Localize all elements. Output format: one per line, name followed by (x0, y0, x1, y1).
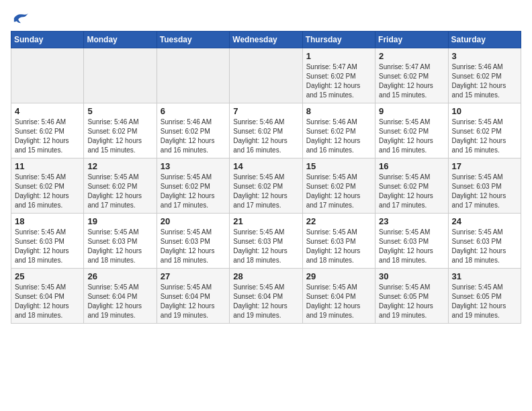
calendar-cell (84, 48, 157, 103)
calendar-cell: 15Sunrise: 5:45 AM Sunset: 6:02 PM Dayli… (302, 158, 375, 214)
header-day-tuesday: Tuesday (157, 32, 229, 48)
day-info: Sunrise: 5:45 AM Sunset: 6:03 PM Dayligh… (161, 228, 226, 265)
day-info: Sunrise: 5:47 AM Sunset: 6:02 PM Dayligh… (306, 62, 371, 100)
header-row: SundayMondayTuesdayWednesdayThursdayFrid… (11, 32, 521, 48)
week-row-3: 11Sunrise: 5:45 AM Sunset: 6:02 PM Dayli… (11, 158, 521, 214)
day-number: 4 (15, 106, 80, 116)
calendar-cell: 14Sunrise: 5:45 AM Sunset: 6:02 PM Dayli… (230, 158, 302, 214)
day-number: 30 (379, 271, 444, 281)
day-number: 11 (15, 161, 80, 171)
day-info: Sunrise: 5:47 AM Sunset: 6:02 PM Dayligh… (379, 62, 444, 100)
header-day-saturday: Saturday (448, 32, 521, 48)
calendar-cell (230, 48, 302, 103)
calendar-cell: 27Sunrise: 5:45 AM Sunset: 6:04 PM Dayli… (157, 269, 229, 324)
calendar-cell: 31Sunrise: 5:45 AM Sunset: 6:05 PM Dayli… (448, 269, 521, 324)
day-number: 27 (161, 271, 226, 281)
calendar-cell: 18Sunrise: 5:45 AM Sunset: 6:03 PM Dayli… (11, 214, 84, 269)
day-info: Sunrise: 5:45 AM Sunset: 6:02 PM Dayligh… (452, 118, 517, 155)
logo (11, 11, 32, 26)
day-info: Sunrise: 5:45 AM Sunset: 6:04 PM Dayligh… (161, 283, 226, 320)
calendar-cell: 11Sunrise: 5:45 AM Sunset: 6:02 PM Dayli… (11, 158, 84, 214)
calendar-cell: 16Sunrise: 5:45 AM Sunset: 6:02 PM Dayli… (375, 158, 448, 214)
day-number: 31 (452, 271, 517, 281)
calendar-cell: 23Sunrise: 5:45 AM Sunset: 6:03 PM Dayli… (375, 214, 448, 269)
logo-icon (11, 11, 30, 26)
day-info: Sunrise: 5:45 AM Sunset: 6:04 PM Dayligh… (306, 283, 371, 320)
day-number: 24 (452, 216, 517, 226)
day-number: 2 (379, 51, 444, 61)
day-info: Sunrise: 5:46 AM Sunset: 6:02 PM Dayligh… (161, 118, 226, 155)
calendar-cell: 4Sunrise: 5:46 AM Sunset: 6:02 PM Daylig… (11, 103, 84, 158)
day-info: Sunrise: 5:45 AM Sunset: 6:02 PM Dayligh… (306, 173, 371, 210)
header-day-thursday: Thursday (302, 32, 375, 48)
day-number: 15 (306, 161, 371, 171)
day-number: 14 (233, 161, 298, 171)
calendar-cell: 1Sunrise: 5:47 AM Sunset: 6:02 PM Daylig… (302, 48, 375, 103)
calendar-cell: 2Sunrise: 5:47 AM Sunset: 6:02 PM Daylig… (375, 48, 448, 103)
day-info: Sunrise: 5:45 AM Sunset: 6:02 PM Dayligh… (15, 173, 80, 210)
day-info: Sunrise: 5:45 AM Sunset: 6:02 PM Dayligh… (233, 173, 298, 210)
header-day-friday: Friday (375, 32, 448, 48)
calendar-cell: 8Sunrise: 5:46 AM Sunset: 6:02 PM Daylig… (302, 103, 375, 158)
day-info: Sunrise: 5:45 AM Sunset: 6:02 PM Dayligh… (161, 173, 226, 210)
day-info: Sunrise: 5:45 AM Sunset: 6:04 PM Dayligh… (15, 283, 80, 320)
day-number: 25 (15, 271, 80, 281)
calendar-cell: 28Sunrise: 5:45 AM Sunset: 6:04 PM Dayli… (230, 269, 302, 324)
week-row-2: 4Sunrise: 5:46 AM Sunset: 6:02 PM Daylig… (11, 103, 521, 158)
calendar-cell: 26Sunrise: 5:45 AM Sunset: 6:04 PM Dayli… (84, 269, 157, 324)
calendar-header: SundayMondayTuesdayWednesdayThursdayFrid… (11, 32, 521, 48)
day-info: Sunrise: 5:45 AM Sunset: 6:02 PM Dayligh… (379, 118, 444, 155)
calendar-cell: 6Sunrise: 5:46 AM Sunset: 6:02 PM Daylig… (157, 103, 229, 158)
day-info: Sunrise: 5:45 AM Sunset: 6:03 PM Dayligh… (233, 228, 298, 265)
day-info: Sunrise: 5:45 AM Sunset: 6:02 PM Dayligh… (379, 173, 444, 210)
header (11, 11, 521, 26)
calendar-body: 1Sunrise: 5:47 AM Sunset: 6:02 PM Daylig… (11, 48, 521, 324)
day-number: 5 (87, 106, 152, 116)
day-number: 3 (452, 51, 517, 61)
day-info: Sunrise: 5:45 AM Sunset: 6:03 PM Dayligh… (379, 228, 444, 265)
calendar-cell: 7Sunrise: 5:46 AM Sunset: 6:02 PM Daylig… (230, 103, 302, 158)
calendar-cell: 20Sunrise: 5:45 AM Sunset: 6:03 PM Dayli… (157, 214, 229, 269)
day-info: Sunrise: 5:46 AM Sunset: 6:02 PM Dayligh… (15, 118, 80, 155)
day-info: Sunrise: 5:45 AM Sunset: 6:05 PM Dayligh… (452, 283, 517, 320)
day-info: Sunrise: 5:46 AM Sunset: 6:02 PM Dayligh… (233, 118, 298, 155)
day-info: Sunrise: 5:46 AM Sunset: 6:02 PM Dayligh… (87, 118, 152, 155)
week-row-1: 1Sunrise: 5:47 AM Sunset: 6:02 PM Daylig… (11, 48, 521, 103)
calendar-cell: 5Sunrise: 5:46 AM Sunset: 6:02 PM Daylig… (84, 103, 157, 158)
day-info: Sunrise: 5:45 AM Sunset: 6:04 PM Dayligh… (233, 283, 298, 320)
calendar-cell: 3Sunrise: 5:46 AM Sunset: 6:02 PM Daylig… (448, 48, 521, 103)
day-number: 26 (87, 271, 152, 281)
day-number: 21 (233, 216, 298, 226)
day-number: 10 (452, 106, 517, 116)
calendar-cell: 24Sunrise: 5:45 AM Sunset: 6:03 PM Dayli… (448, 214, 521, 269)
day-info: Sunrise: 5:45 AM Sunset: 6:03 PM Dayligh… (452, 173, 517, 210)
day-number: 16 (379, 161, 444, 171)
day-number: 1 (306, 51, 371, 61)
calendar-cell: 22Sunrise: 5:45 AM Sunset: 6:03 PM Dayli… (302, 214, 375, 269)
day-number: 17 (452, 161, 517, 171)
calendar-cell: 12Sunrise: 5:45 AM Sunset: 6:02 PM Dayli… (84, 158, 157, 214)
day-info: Sunrise: 5:45 AM Sunset: 6:02 PM Dayligh… (87, 173, 152, 210)
day-number: 6 (161, 106, 226, 116)
day-number: 13 (161, 161, 226, 171)
calendar-cell: 13Sunrise: 5:45 AM Sunset: 6:02 PM Dayli… (157, 158, 229, 214)
calendar-cell: 29Sunrise: 5:45 AM Sunset: 6:04 PM Dayli… (302, 269, 375, 324)
calendar-cell: 21Sunrise: 5:45 AM Sunset: 6:03 PM Dayli… (230, 214, 302, 269)
day-info: Sunrise: 5:46 AM Sunset: 6:02 PM Dayligh… (452, 62, 517, 100)
calendar-table: SundayMondayTuesdayWednesdayThursdayFrid… (11, 31, 521, 324)
calendar-cell: 10Sunrise: 5:45 AM Sunset: 6:02 PM Dayli… (448, 103, 521, 158)
day-number: 9 (379, 106, 444, 116)
header-day-sunday: Sunday (11, 32, 84, 48)
calendar-cell: 9Sunrise: 5:45 AM Sunset: 6:02 PM Daylig… (375, 103, 448, 158)
day-number: 28 (233, 271, 298, 281)
week-row-5: 25Sunrise: 5:45 AM Sunset: 6:04 PM Dayli… (11, 269, 521, 324)
calendar-cell: 25Sunrise: 5:45 AM Sunset: 6:04 PM Dayli… (11, 269, 84, 324)
day-number: 19 (87, 216, 152, 226)
day-number: 22 (306, 216, 371, 226)
day-info: Sunrise: 5:45 AM Sunset: 6:05 PM Dayligh… (379, 283, 444, 320)
calendar-cell: 30Sunrise: 5:45 AM Sunset: 6:05 PM Dayli… (375, 269, 448, 324)
calendar-cell (11, 48, 84, 103)
header-day-monday: Monday (84, 32, 157, 48)
header-day-wednesday: Wednesday (230, 32, 302, 48)
day-number: 18 (15, 216, 80, 226)
